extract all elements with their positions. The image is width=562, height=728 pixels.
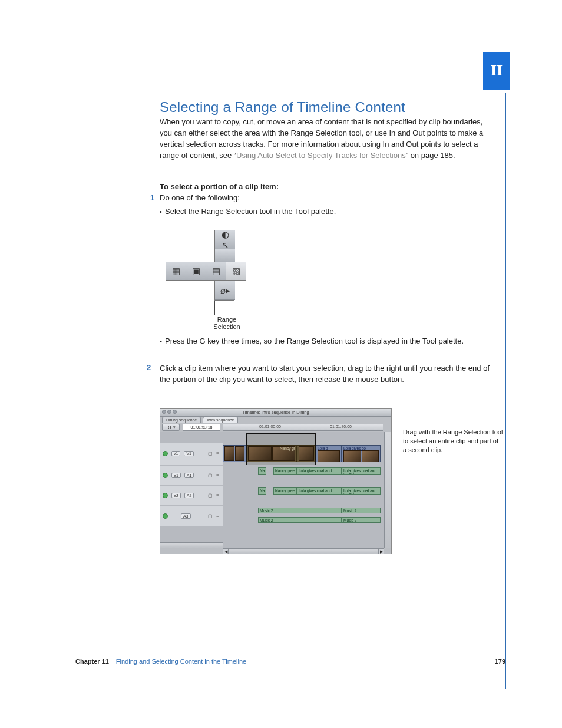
scroll-right-icon[interactable]: ▶	[378, 549, 384, 554]
horizontal-scrollbar[interactable]: ◀ ▶	[223, 548, 384, 554]
timeline-title: Timeline: Intro sequence in Dining	[242, 410, 309, 415]
track-controls-icon[interactable]: ▢ ≡	[208, 513, 220, 519]
figure-tool-palette: ◐↖ ➔ ⌀▸ ▦ ▣ ▤ ▧ Range Selection	[166, 230, 237, 318]
tab-intro-sequence[interactable]: Intro sequence	[203, 417, 238, 423]
track-body-a1[interactable]: Na Nancy gree Lola gives coat and Lola g…	[223, 466, 383, 485]
rt-popup[interactable]: RT ▾	[162, 424, 180, 431]
track-body-v1[interactable]: Nancy gr Lola g Lola gives co	[223, 443, 383, 465]
source-a1-label[interactable]: a1	[171, 473, 181, 478]
dest-a2-label[interactable]: A2	[184, 493, 194, 498]
tool-range-2-button[interactable]: ▣	[186, 262, 206, 281]
clip-a4-music-1[interactable]: Music 2	[258, 517, 342, 523]
clip-label: Nancy gr	[280, 446, 295, 450]
scroll-left-icon[interactable]: ◀	[223, 549, 229, 554]
callout-line-2	[390, 24, 401, 24]
ruler-tc-1: 01:01:00:00	[259, 424, 281, 429]
step-1-bullet-2: • Press the G key three times, so the Ra…	[165, 336, 471, 347]
minimize-icon[interactable]	[167, 410, 171, 414]
clip-a1-nancy-gree[interactable]: Nancy gree	[273, 467, 297, 475]
vertical-scrollbar[interactable]	[384, 432, 391, 548]
footer-page-number: 179	[495, 658, 505, 665]
source-v1-label[interactable]: v1	[171, 451, 180, 456]
timeline-bottom-controls[interactable]	[160, 542, 223, 548]
track-body-a2[interactable]: Na Nancy gree Lola gives coat and Lola g…	[223, 486, 383, 505]
page: II Selecting a Range of Timeline Content…	[0, 0, 562, 728]
clip-a1-lola-coat[interactable]: Lola gives coat and	[297, 467, 342, 475]
timeline-tabs: Dining sequence Intro sequence	[162, 417, 238, 423]
zoom-icon[interactable]	[173, 410, 177, 414]
part-tab: II	[483, 52, 510, 90]
timeline-titlebar: Timeline: Intro sequence in Dining	[160, 409, 391, 417]
track-header-a3[interactable]: . A3 ▢ ≡	[160, 506, 223, 526]
side-rule	[505, 93, 506, 689]
current-timecode-field[interactable]: 01:01:53:18	[183, 424, 220, 431]
track-area: v1 V1 ▢ ≡ Nancy gr Lola g Lola gives co …	[160, 432, 391, 548]
arrow-icon: ◐↖	[222, 229, 229, 251]
intro-xref[interactable]: Using Auto Select to Specify Tracks for …	[236, 151, 406, 160]
auto-select-icon[interactable]	[163, 451, 168, 456]
footer-chapter: Chapter 11	[75, 658, 109, 665]
range-selection-icon: ▧	[232, 266, 240, 276]
footer-chapter-title: Finding and Selecting Content in the Tim…	[116, 658, 246, 665]
ruler-tc-2: 01:01:30:00	[330, 424, 352, 429]
clip-a3-music-2[interactable]: Music 2	[342, 508, 381, 513]
clip-a1-na[interactable]: Na	[258, 467, 266, 475]
auto-select-icon[interactable]	[163, 473, 168, 478]
step-2-number: 2	[147, 363, 151, 372]
auto-select-icon[interactable]	[163, 493, 168, 498]
auto-select-icon[interactable]	[163, 513, 168, 519]
track-controls-icon[interactable]: ▢ ≡	[208, 451, 220, 456]
track-header-a1[interactable]: a1 A1 ▢ ≡	[160, 466, 223, 485]
tool-range-3-button[interactable]: ▤	[206, 262, 226, 281]
bullet-icon: •	[160, 208, 162, 215]
dest-a1-label[interactable]: A1	[184, 473, 194, 478]
tool-spacer	[215, 249, 235, 262]
window-traffic-lights[interactable]	[162, 410, 177, 414]
track-header-a2[interactable]: a2 A2 ▢ ≡	[160, 486, 223, 505]
tool-range-selection-button[interactable]: ▧	[226, 262, 246, 281]
source-a2-label[interactable]: a2	[171, 493, 181, 498]
dest-v1-label[interactable]: V1	[184, 451, 194, 456]
tool-range-1-button[interactable]: ▦	[166, 262, 186, 281]
clip-v1-mid[interactable]	[297, 445, 316, 462]
clip-v1-lola-g[interactable]: Lola g	[316, 445, 342, 462]
clip-v1-1[interactable]	[223, 445, 246, 462]
clip-a3-music-1[interactable]: Music 2	[258, 508, 342, 513]
track-header-v1[interactable]: v1 V1 ▢ ≡	[160, 443, 223, 465]
range-2-icon: ▣	[192, 266, 200, 276]
tab-dining-sequence[interactable]: Dining sequence	[162, 417, 201, 423]
step-1-text: Do one of the following:	[160, 193, 240, 202]
clip-a2-lola-coat[interactable]: Lola gives coat and	[297, 487, 342, 495]
timeline-ruler[interactable]: 01:01:00:00 01:01:30:00	[223, 424, 383, 431]
page-footer: Chapter 11 Finding and Selecting Content…	[75, 658, 505, 665]
track-body-a3[interactable]: Music 2 Music 2 Music 2 Music 2	[223, 506, 383, 526]
clip-a2-nancy-gree[interactable]: Nancy gree	[273, 487, 297, 495]
figure-1-caption: Range Selection	[206, 316, 247, 330]
tool-palette-row: ▦ ▣ ▤ ▧	[166, 262, 246, 281]
clip-a4-music-2[interactable]: Music 2	[342, 517, 381, 523]
intro-post: ” on page 185.	[406, 151, 455, 160]
bullet-2-text: Press the G key three times, so the Rang…	[165, 337, 464, 345]
clip-v1-nancy[interactable]: Nancy gr	[246, 445, 297, 462]
intro-paragraph: When you want to copy, cut, or move an a…	[160, 117, 490, 161]
step-2-text: Click a clip item where you want to star…	[160, 363, 490, 386]
tool-arrow-button[interactable]: ◐↖	[215, 230, 235, 249]
tool-razor-button[interactable]: ⌀▸	[215, 281, 235, 300]
clip-a2-na[interactable]: Na	[258, 487, 266, 495]
figure-2-caption: Drag with the Range Selection tool to se…	[403, 428, 503, 454]
track-controls-icon[interactable]: ▢ ≡	[208, 493, 220, 498]
figure-timeline: Timeline: Intro sequence in Dining Dinin…	[160, 408, 392, 554]
dest-a3-label[interactable]: A3	[181, 513, 191, 519]
clip-a1-lola-cu[interactable]: Lola gives coat and tie CU	[342, 467, 381, 475]
clip-v1-lola-gives[interactable]: Lola gives co	[342, 445, 381, 462]
step-1-bullet-1: • Select the Range Selection tool in the…	[165, 207, 471, 216]
razor-icon: ⌀▸	[220, 285, 230, 296]
track-controls-icon[interactable]: ▢ ≡	[208, 473, 220, 478]
callout-line	[214, 301, 215, 315]
clip-a2-lola-cu[interactable]: Lola gives coat and tie CU	[342, 487, 381, 495]
page-heading: Selecting a Range of Timeline Content	[160, 99, 405, 116]
procedure-heading: To select a portion of a clip item:	[160, 182, 279, 191]
close-icon[interactable]	[162, 410, 166, 414]
range-1-icon: ▦	[172, 266, 180, 276]
range-3-icon: ▤	[212, 266, 220, 276]
